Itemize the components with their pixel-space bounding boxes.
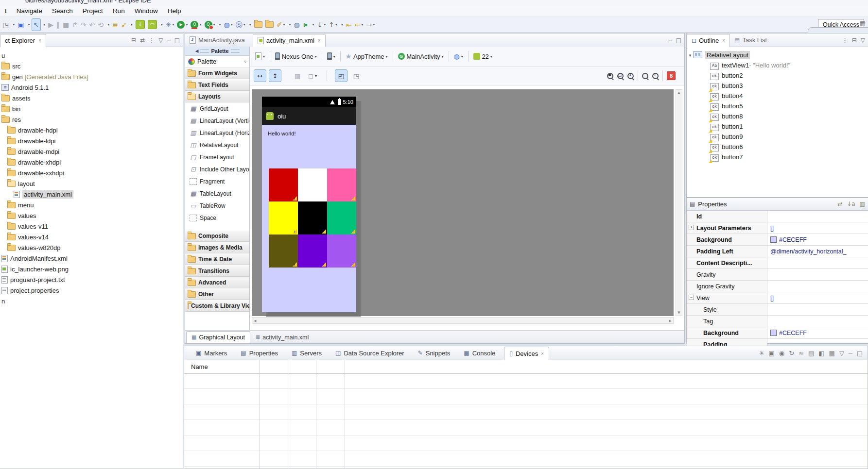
tree-item[interactable]: ic_launcher-web.png (0, 264, 183, 274)
outline-item[interactable]: ok button3 (687, 81, 868, 91)
activity-selector[interactable]: G MainActivity▾ (397, 50, 445, 62)
suspend-icon[interactable]: ∥ ▾ (55, 19, 61, 31)
editor-mode-tab[interactable]: ≣ activity_main.xml (250, 331, 314, 343)
device-preview[interactable]: 5:10 oiu Hello world! (262, 97, 356, 312)
zoom-in-icon[interactable]: + (652, 73, 659, 79)
run-to-line-icon[interactable]: ➹ ▾ (120, 19, 128, 31)
menu-item[interactable]: Help (163, 6, 186, 16)
property-row[interactable]: Id (687, 211, 868, 222)
tree-item[interactable]: drawable-xxhdpi (0, 168, 183, 178)
chevron-down-icon[interactable]: ▿ (244, 59, 246, 64)
last-edit-location-icon[interactable]: ⇤ ▾ (345, 19, 353, 31)
property-value[interactable] (767, 304, 868, 315)
tree-item[interactable]: activity_main.xml (0, 189, 183, 200)
tree-item[interactable]: values-v11 (0, 221, 183, 232)
zoom-out-icon[interactable]: − (642, 73, 648, 79)
palette-row[interactable]: Fragment (185, 175, 249, 187)
pin-view-icon[interactable]: ▥ (860, 201, 865, 207)
palette-row[interactable]: Other (185, 288, 249, 300)
bottom-tab[interactable]: ▤ Properties (236, 347, 286, 360)
snap-options-icon[interactable]: ◻▾ (306, 69, 319, 82)
toolbar-separator[interactable]: ▾ (247, 19, 253, 31)
zoom-100-icon[interactable]: 1 (627, 73, 634, 79)
show-advanced-properties-icon[interactable]: ⇄ (837, 201, 842, 207)
dropdown-caret-icon[interactable]: ▾ (186, 22, 188, 27)
outline-item[interactable]: ok button2 (687, 70, 868, 81)
toolbar-separator[interactable]: ▾ (310, 19, 316, 31)
config-chooser-button[interactable]: ▾ (254, 50, 266, 62)
select-tool-icon[interactable]: ↖ ▾ (32, 18, 41, 31)
tree-item[interactable]: n (0, 296, 183, 306)
scroll-right-icon[interactable]: ▶ (669, 319, 672, 323)
palette-row[interactable]: Advanced (185, 277, 249, 288)
property-row[interactable]: Content Descripti... (687, 257, 868, 269)
dropdown-caret-icon[interactable]: ▾ (341, 22, 343, 27)
outline-item[interactable]: ok button9 (687, 132, 868, 142)
palette-row[interactable]: Form Widgets (185, 67, 249, 79)
zoom-original-icon[interactable]: □ (617, 73, 624, 79)
minimize-icon[interactable]: ─ (849, 350, 852, 357)
property-row[interactable]: Gravity (687, 269, 868, 281)
property-row[interactable]: Padding Left @dimen/activity_horizontal_ (687, 246, 868, 257)
canvas-horizontal-scrollbar[interactable]: ◀ ▶ (252, 317, 674, 324)
update-heap-icon[interactable]: ▣ (769, 350, 775, 357)
palette-row[interactable]: Time & Date (185, 253, 249, 265)
dropdown-caret-icon[interactable]: ▾ (324, 22, 326, 27)
debug-process-icon[interactable]: ✳ (759, 350, 764, 357)
tree-item[interactable]: values-w820dp (0, 242, 183, 253)
palette-row[interactable]: Images & Media (185, 242, 249, 253)
property-value[interactable] (767, 281, 868, 292)
align-edges-icon[interactable]: ◰ (335, 69, 347, 82)
grid-button[interactable] (269, 234, 298, 268)
property-value[interactable]: #CECEFF (767, 234, 868, 245)
forward-icon[interactable]: → ▾ (365, 19, 377, 31)
toolbar-separator[interactable]: ▾ (41, 19, 47, 31)
editor-tab[interactable]: MainActivity.java (185, 34, 253, 47)
tree-item[interactable]: u (0, 50, 183, 61)
toolbar-separator[interactable]: ▾ (287, 19, 293, 31)
view-menu-dots-icon[interactable]: ⋮ (842, 37, 848, 44)
dropdown-caret-icon[interactable]: ▾ (219, 22, 221, 27)
tree-item[interactable]: values (0, 210, 183, 221)
palette-row[interactable]: Space (185, 212, 249, 224)
phone-screen[interactable]: Hello world! (262, 125, 356, 312)
bottom-tab[interactable]: ◫ Data Source Explorer (330, 347, 412, 360)
canvas-vertical-scrollbar[interactable]: ▲ ▼ (676, 89, 682, 316)
filter-markers-icon[interactable]: ≣ ▾ (111, 19, 120, 31)
dropdown-caret-icon[interactable]: ▾ (335, 22, 337, 27)
tree-item[interactable]: drawable-ldpi (0, 135, 183, 146)
palette-row[interactable]: ⊡Include Other Layout (185, 163, 249, 175)
palette-row[interactable]: Custom & Library View (185, 300, 249, 312)
coverage-icon[interactable]: Q ▾ (189, 19, 203, 31)
error-count-badge[interactable]: 8 (667, 71, 676, 80)
toggle-vertical-icon[interactable]: ↕ (269, 69, 281, 82)
dropdown-caret-icon[interactable]: ▾ (28, 22, 30, 27)
screen-capture-icon[interactable]: ▦ (829, 350, 835, 357)
toolbar-separator[interactable]: ▾ (217, 19, 223, 31)
tree-item[interactable]: ≣ Android 5.1.1 (0, 82, 183, 93)
dropdown-caret-icon[interactable]: ▾ (249, 22, 251, 27)
property-value[interactable] (767, 316, 868, 327)
property-value[interactable]: [] (767, 222, 868, 234)
column-divider[interactable] (288, 360, 288, 469)
tree-item[interactable]: values-v14 (0, 232, 183, 242)
dropdown-caret-icon[interactable]: ▾ (213, 22, 215, 27)
view-menu-icon[interactable]: ▽ (861, 37, 865, 44)
property-value[interactable]: #CECEFF (767, 327, 868, 338)
view-menu-dots-icon[interactable]: ⋮ (149, 37, 155, 44)
outline-item[interactable]: ok button6 (687, 142, 868, 152)
tree-item[interactable]: gen [Generated Java Files] (0, 71, 183, 82)
open-resource-icon[interactable]: ▾ (253, 19, 264, 31)
dropdown-caret-icon[interactable]: ▾ (161, 22, 163, 27)
property-row[interactable]: Background #CECEFF (687, 327, 868, 339)
terminate-icon[interactable]: ■ ▾ (61, 19, 70, 31)
collapse-all-icon[interactable]: ⊟ (852, 37, 857, 44)
grid-button[interactable] (327, 168, 356, 201)
outline-item[interactable]: ok button1 (687, 121, 868, 132)
dump-hprof-icon[interactable]: ◉ (779, 350, 784, 357)
dropdown-caret-icon[interactable]: ▾ (373, 22, 375, 27)
prev-annotation-icon[interactable]: ↑ ▾ (327, 19, 339, 31)
expander-icon[interactable]: − (689, 295, 694, 300)
property-row[interactable]: Background #CECEFF (687, 234, 868, 246)
toolbar-separator[interactable]: ▾ (158, 19, 164, 31)
